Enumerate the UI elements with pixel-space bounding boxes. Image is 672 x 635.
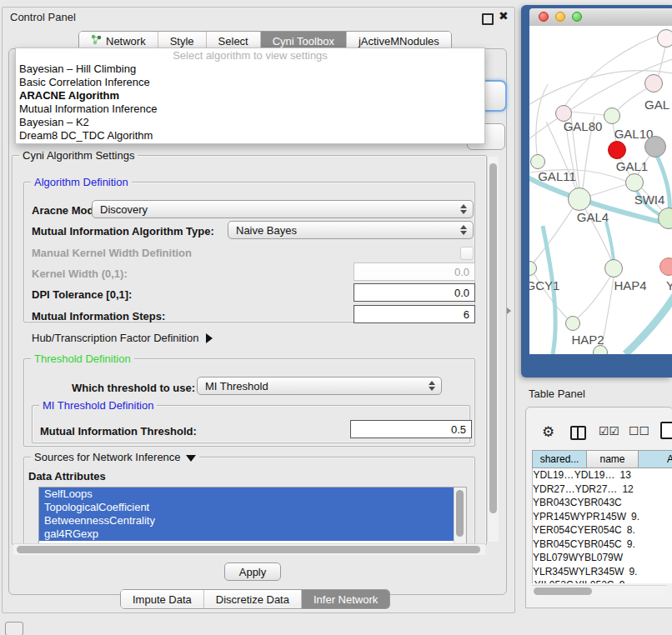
manual-kernel-width-checkbox[interactable] — [460, 247, 474, 260]
network-node-label-y-right: Y — [666, 278, 672, 292]
close-icon[interactable]: ✖ — [499, 9, 509, 22]
algorithm-option-basic-correlation-inference[interactable]: Basic Correlation Inference — [16, 76, 484, 89]
network-node-y-right[interactable] — [659, 258, 672, 276]
table-row[interactable]: YBR043CYBR043C — [533, 496, 672, 510]
table-row[interactable]: YPR145WYPR145W9. — [533, 510, 672, 524]
network-node-label-gal11: GAL11 — [538, 169, 576, 183]
network-node-gal-right[interactable] — [644, 74, 663, 92]
table-cell: YDL19… — [533, 468, 574, 482]
tab-label: Infer Network — [313, 593, 378, 606]
scrollbar-thumb[interactable] — [489, 163, 497, 513]
which-threshold-combo[interactable]: MI Threshold — [197, 377, 442, 395]
which-threshold-value: MI Threshold — [205, 380, 268, 392]
table-cell: YER054C — [577, 523, 621, 538]
float-window-icon[interactable] — [482, 13, 494, 25]
mi-algorithm-type-value: Naive Bayes — [236, 224, 297, 237]
table-cell: YLR345W — [579, 565, 624, 579]
data-attributes-label: Data Attributes — [28, 470, 106, 482]
scrollbar-thumb[interactable] — [534, 588, 592, 595]
table-cell: YPR145W — [579, 510, 626, 524]
collapse-down-icon — [186, 455, 196, 462]
table-cell: YBL079W — [578, 551, 623, 565]
column-header-name[interactable]: name — [587, 450, 639, 468]
attribute-list-scrollbar[interactable] — [454, 488, 466, 544]
table-row[interactable]: YBR045CYBR045C9. — [533, 538, 672, 552]
algorithm-option-dream8-dc-tdc-algorithm[interactable]: Dream8 DC_TDC Algorithm — [16, 129, 484, 142]
manual-kernel-width-label: Manual Kernel Width Definition — [32, 247, 192, 259]
aracne-mode-combo[interactable]: Discovery — [92, 200, 474, 218]
settings-horizontal-scrollbar[interactable] — [13, 543, 485, 555]
attribute-option-topologicalcoefficient[interactable]: TopologicalCoefficient — [39, 501, 456, 514]
close-traffic-light-icon[interactable] — [539, 12, 549, 22]
algorithm-option-mutual-information-inference[interactable]: Mutual Information Inference — [16, 102, 484, 116]
sources-title[interactable]: Sources for Network Inference — [31, 451, 199, 463]
mi-algorithm-type-combo[interactable]: Naive Bayes — [228, 221, 474, 239]
network-node-label-swi4: SWI4 — [634, 192, 665, 207]
attribute-option-selfloops[interactable]: SelfLoops — [39, 488, 456, 501]
network-node-gal10[interactable] — [604, 108, 620, 124]
table-row[interactable]: YBL079WYBL079W — [533, 551, 672, 565]
network-node-unnamed-bottom[interactable] — [593, 345, 608, 354]
column-header-shared-name[interactable]: shared... — [532, 450, 587, 468]
minimize-traffic-light-icon[interactable] — [555, 12, 565, 22]
table-cell: YPR145W — [533, 510, 579, 524]
network-node-gal4[interactable] — [568, 188, 591, 211]
hub-definition-toggle[interactable]: Hub/Transcription Factor Definition — [32, 332, 213, 344]
algorithm-option-bayesian-hill-climbing[interactable]: Bayesian – Hill Climbing — [16, 62, 484, 76]
tab-label: Discretize Data — [216, 593, 289, 606]
table-row[interactable]: YDR27…YDR27…12 — [533, 482, 672, 497]
tab-infer-network[interactable]: Infer Network — [302, 590, 389, 608]
tab-impute-data[interactable]: Impute Data — [121, 590, 204, 608]
column-layout-icon[interactable] — [570, 426, 586, 440]
mi-threshold-field[interactable] — [350, 420, 472, 438]
settings-vertical-scrollbar[interactable] — [487, 157, 499, 542]
column-header-clipped[interactable]: A — [639, 450, 672, 468]
tab-label: Impute Data — [133, 593, 192, 606]
attribute-option-gal4rgexp[interactable]: gal4RGexp — [39, 528, 456, 541]
select-all-checkboxes-icon[interactable]: ☑☑ — [599, 424, 619, 438]
algorithm-dropdown-popup: Select algorithm to view settings Bayesi… — [15, 48, 485, 144]
scrollbar-thumb[interactable] — [17, 546, 480, 553]
mi-steps-field[interactable] — [354, 305, 475, 323]
minimized-panel-icon[interactable] — [5, 622, 23, 635]
file-icon[interactable] — [660, 422, 672, 439]
cyni-bottom-tab-bar: Impute DataDiscretize DataInfer Network — [120, 589, 390, 609]
table-row[interactable]: YDL19…YDL19…13 — [533, 468, 672, 482]
table-cell: YBR043C — [533, 496, 577, 510]
table-cell: YIL052C — [533, 578, 574, 583]
sources-title-text: Sources for Network Inference — [34, 451, 181, 463]
network-window-titlebar[interactable] — [529, 8, 672, 27]
table-row[interactable]: YLR345WYLR345W9. — [533, 565, 672, 579]
table-row[interactable]: YER054CYER054C8. — [533, 523, 672, 538]
network-canvas[interactable]: GALGAL80GAL10GAL11GAL1GAL4SWI4GCY1HAP4YH… — [529, 26, 672, 354]
network-node-hap2[interactable] — [565, 316, 580, 331]
dpi-tolerance-field[interactable] — [354, 283, 475, 302]
scrollbar-thumb[interactable] — [456, 490, 464, 537]
apply-button[interactable]: Apply — [224, 562, 281, 581]
control-panel-title: Control Panel — [10, 11, 76, 23]
settings-gear-icon[interactable]: ⚙ — [542, 423, 554, 441]
network-node-gal11[interactable] — [530, 154, 545, 169]
network-node-unnamed-top[interactable] — [657, 29, 672, 48]
network-node-label-gcy1: GCY1 — [529, 278, 559, 292]
deselect-checkboxes-icon[interactable]: ☐☐ — [629, 424, 649, 438]
network-node-gal1[interactable] — [625, 173, 644, 192]
splitpane-collapse-icon[interactable] — [507, 308, 511, 314]
table-row[interactable]: YIL052CYIL052C9. — [533, 578, 672, 583]
table-cell: 8. — [622, 523, 672, 538]
tab-discretize-data[interactable]: Discretize Data — [204, 590, 302, 608]
attribute-option-betweennesscentrality[interactable]: BetweennessCentrality — [39, 514, 456, 528]
data-attributes-list[interactable]: SelfLoopsTopologicalCoefficientBetweenne… — [38, 487, 467, 545]
algorithm-option-bayesian-k2[interactable]: Bayesian – K2 — [16, 116, 484, 129]
network-node-red-node[interactable] — [608, 141, 626, 159]
kernel-width-field[interactable] — [354, 262, 475, 281]
zoom-traffic-light-icon[interactable] — [572, 12, 582, 22]
network-node-label-gal1: GAL1 — [616, 159, 648, 173]
table-cell: YBR043C — [577, 496, 621, 510]
network-node-label-hap4: HAP4 — [614, 278, 646, 292]
table-cell: YLR345W — [533, 565, 579, 579]
algorithm-option-aracne-algorithm[interactable]: ARACNE Algorithm — [16, 89, 484, 102]
network-node-gray-node[interactable] — [644, 136, 666, 158]
network-node-hap4[interactable] — [604, 259, 623, 278]
table-horizontal-scrollbar[interactable] — [532, 585, 667, 597]
